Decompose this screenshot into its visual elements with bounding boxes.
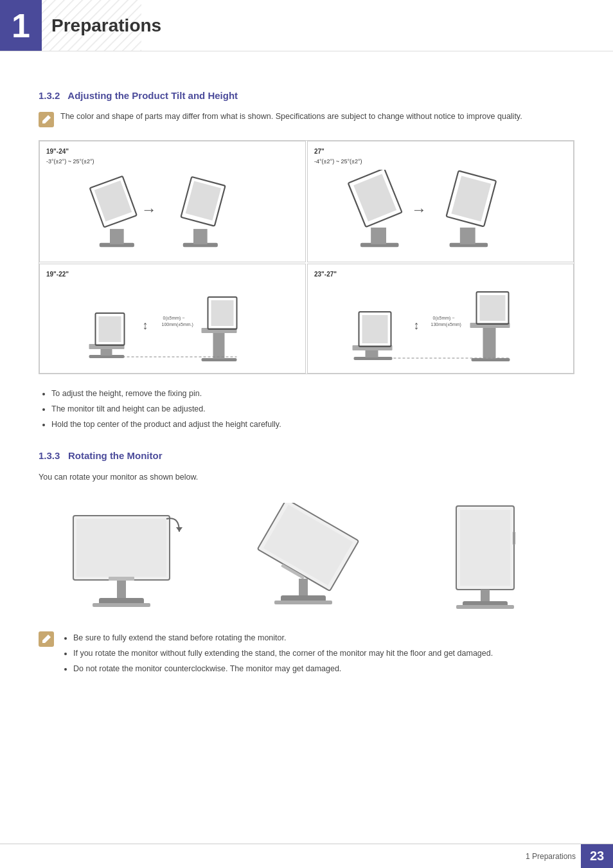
footer-section-label: 1 Preparations	[526, 852, 576, 861]
rotating-intro: You can rotate your monitor as shown bel…	[39, 471, 574, 484]
section-1-3-2-header: 1.3.2 Adjusting the Product Tilt and Hei…	[39, 90, 574, 101]
svg-rect-52	[93, 603, 150, 607]
svg-rect-60	[274, 601, 332, 604]
svg-text:130mm(±5mm): 130mm(±5mm)	[431, 322, 461, 327]
svg-text:0(±5mm) ~: 0(±5mm) ~	[163, 316, 185, 321]
diagram-sublabel-19-24: -3°(±2°) ~ 25°(±2°)	[46, 158, 299, 165]
svg-rect-66	[456, 605, 514, 609]
pencil-icon-2	[41, 634, 51, 644]
rotation-monitor-2	[245, 503, 368, 612]
svg-rect-32	[211, 300, 234, 326]
section-1-3-3-title: Rotating the Monitor	[68, 450, 163, 461]
note-box-1: The color and shape of parts may differ …	[39, 111, 574, 127]
diagram-label-19-22: 19"-22"	[46, 271, 299, 278]
svg-rect-17	[460, 228, 475, 244]
svg-rect-58	[299, 579, 308, 597]
svg-rect-43	[483, 323, 496, 359]
diagram-label-19-24: 19"-24"	[46, 148, 299, 155]
chapter-number-block: 1	[0, 0, 42, 51]
note-icon-1	[39, 112, 54, 127]
section-1-3-2-title: Adjusting the Product Tilt and Height	[67, 90, 238, 101]
svg-rect-63	[513, 532, 515, 545]
svg-text:100mm(±5mm.): 100mm(±5mm.)	[162, 322, 193, 327]
footer-page-number: 23	[581, 844, 613, 869]
rotation-bullet-list: Be sure to fully extend the stand before…	[60, 631, 574, 678]
svg-rect-50	[117, 580, 126, 599]
svg-rect-46	[480, 295, 506, 321]
rotation-note-area: Be sure to fully extend the stand before…	[39, 631, 574, 678]
rotation-monitor-1	[67, 509, 189, 612]
section-1-3-3-number: 1.3.3	[39, 450, 60, 461]
section-1-3-2-number: 1.3.2	[39, 90, 60, 101]
svg-text:→: →	[141, 201, 157, 218]
diagram-label-27: 27"	[314, 148, 567, 155]
rotation-item-3	[421, 503, 549, 612]
chapter-title: Preparations	[51, 15, 161, 36]
tilt-bullet-1: To adjust the height, remove the fixing …	[51, 387, 574, 400]
tilt-bullet-list: To adjust the height, remove the fixing …	[39, 387, 574, 431]
svg-rect-10	[186, 181, 221, 221]
diagram-sublabel-27: -4°(±2°) ~ 25°(±2°)	[314, 158, 567, 165]
svg-rect-14	[353, 174, 396, 221]
page-footer: 1 Preparations 23	[0, 844, 613, 868]
diagram-cell-19-24: 19"-24" -3°(±2°) ~ 25°(±2°) →	[39, 141, 306, 262]
svg-rect-53	[109, 577, 134, 581]
height-diagram-19-22: ↕ 0(±5mm) ~ 100mm(±5mm.)	[46, 281, 299, 365]
svg-rect-49	[76, 519, 166, 577]
diagram-cell-23-27: 23"-27" ↕ 0(±5mm) ~ 130mm(±5mm)	[307, 264, 574, 374]
height-diagram-23-27: ↕ 0(±5mm) ~ 130mm(±5mm)	[314, 281, 567, 365]
svg-rect-12	[371, 228, 386, 244]
tilt-diagram-19-24: →	[46, 170, 299, 253]
note-icon-2	[39, 631, 54, 647]
section-1-3-3: 1.3.3 Rotating the Monitor You can rotat…	[39, 450, 574, 678]
svg-rect-64	[481, 590, 490, 602]
main-content: 1.3.2 Adjusting the Product Tilt and Hei…	[0, 51, 613, 723]
svg-rect-24	[99, 316, 121, 342]
tilt-bullet-2: The monitor tilt and height can be adjus…	[51, 402, 574, 415]
svg-text:↕: ↕	[143, 319, 148, 332]
svg-rect-19	[451, 176, 491, 222]
svg-rect-38	[362, 315, 388, 343]
svg-rect-3	[110, 229, 124, 244]
rotation-item-1	[64, 509, 192, 612]
page-header: 1 Preparations	[0, 0, 613, 51]
svg-text:→: →	[411, 201, 427, 218]
svg-text:0(±5mm) ~: 0(±5mm) ~	[433, 316, 455, 321]
svg-marker-54	[176, 527, 182, 532]
section-1-3-2: 1.3.2 Adjusting the Product Tilt and Hei…	[39, 90, 574, 101]
svg-rect-62	[460, 510, 510, 586]
diagram-label-23-27: 23"-27"	[314, 271, 567, 278]
rotation-bullet-1: Be sure to fully extend the stand before…	[73, 631, 574, 644]
pencil-icon	[41, 114, 51, 125]
svg-rect-8	[193, 229, 208, 244]
rotation-monitor-3	[434, 503, 537, 612]
diagram-cell-27: 27" -4°(±2°) ~ 25°(±2°) →	[307, 141, 574, 262]
rotation-diagram	[39, 496, 574, 619]
svg-text:↕: ↕	[414, 319, 420, 332]
tilt-diagram-27: →	[314, 170, 567, 253]
diagram-cell-19-22: 19"-22" ↕ 0(±5mm) ~ 100mm(±5mm.)	[39, 264, 306, 374]
rotation-bullet-3: Do not rotate the monitor counterclockwi…	[73, 662, 574, 675]
rotation-bullet-2: If you rotate the monitor without fully …	[73, 647, 574, 660]
note-text-1: The color and shape of parts may differ …	[60, 111, 522, 123]
section-1-3-3-header: 1.3.3 Rotating the Monitor	[39, 450, 574, 461]
rotation-item-2	[242, 503, 371, 612]
tilt-bullet-3: Hold the top center of the product and a…	[51, 418, 574, 431]
tilt-diagram-grid: 19"-24" -3°(±2°) ~ 25°(±2°) →	[39, 140, 574, 374]
chapter-number: 1	[12, 9, 30, 42]
